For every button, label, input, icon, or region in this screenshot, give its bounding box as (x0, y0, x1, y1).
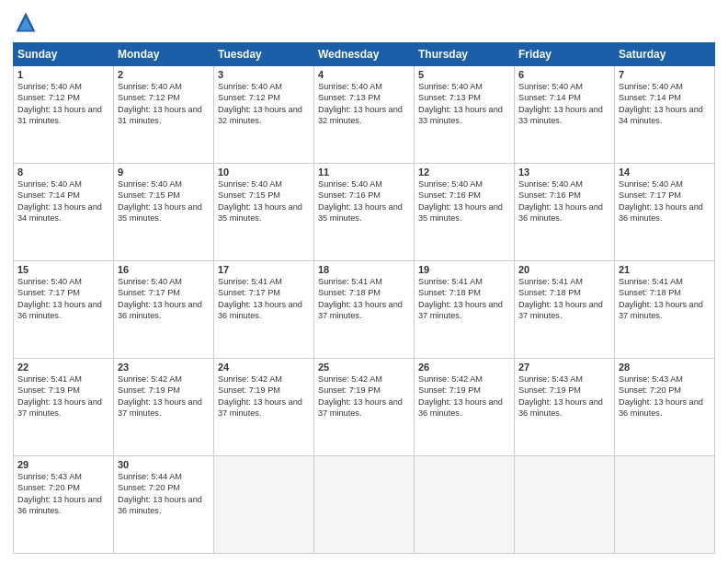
sunset-label: Sunset: 7:19 PM (17, 385, 80, 395)
table-cell: 5 Sunrise: 5:40 AM Sunset: 7:13 PM Dayli… (415, 66, 515, 164)
table-cell: 25 Sunrise: 5:42 AM Sunset: 7:19 PM Dayl… (314, 359, 415, 456)
day-info: Sunrise: 5:41 AM Sunset: 7:17 PM Dayligh… (218, 276, 310, 322)
table-cell: 29 Sunrise: 5:43 AM Sunset: 7:20 PM Dayl… (14, 456, 114, 554)
day-info: Sunrise: 5:40 AM Sunset: 7:16 PM Dayligh… (418, 178, 510, 224)
daylight-label: Daylight: 13 hours and 36 minutes. (619, 202, 703, 223)
day-info: Sunrise: 5:42 AM Sunset: 7:19 PM Dayligh… (118, 373, 210, 419)
day-info: Sunrise: 5:44 AM Sunset: 7:20 PM Dayligh… (118, 471, 210, 517)
table-cell: 19 Sunrise: 5:41 AM Sunset: 7:18 PM Dayl… (415, 261, 515, 359)
sunrise-label: Sunrise: 5:40 AM (318, 179, 382, 189)
day-number: 19 (418, 264, 510, 275)
day-info: Sunrise: 5:40 AM Sunset: 7:13 PM Dayligh… (318, 81, 410, 127)
table-cell: 18 Sunrise: 5:41 AM Sunset: 7:18 PM Dayl… (314, 261, 415, 359)
day-number: 12 (418, 167, 510, 178)
day-info: Sunrise: 5:40 AM Sunset: 7:12 PM Dayligh… (118, 81, 210, 127)
sunrise-label: Sunrise: 5:40 AM (17, 277, 82, 286)
day-number: 24 (218, 362, 310, 373)
day-number: 11 (318, 167, 410, 178)
table-cell: 28 Sunrise: 5:43 AM Sunset: 7:20 PM Dayl… (615, 359, 715, 456)
day-number: 26 (418, 362, 510, 373)
sunrise-label: Sunrise: 5:42 AM (118, 374, 182, 384)
table-cell: 21 Sunrise: 5:41 AM Sunset: 7:18 PM Dayl… (615, 261, 715, 359)
sunrise-label: Sunrise: 5:42 AM (418, 374, 483, 384)
sunrise-label: Sunrise: 5:40 AM (118, 82, 182, 91)
header (13, 9, 715, 35)
sunrise-label: Sunrise: 5:44 AM (118, 472, 182, 481)
daylight-label: Daylight: 13 hours and 36 minutes. (118, 300, 202, 320)
sunrise-label: Sunrise: 5:41 AM (318, 277, 382, 286)
day-info: Sunrise: 5:40 AM Sunset: 7:15 PM Dayligh… (118, 178, 210, 224)
logo-icon (13, 9, 39, 35)
daylight-label: Daylight: 13 hours and 37 minutes. (118, 397, 202, 418)
day-info: Sunrise: 5:40 AM Sunset: 7:13 PM Dayligh… (418, 81, 510, 127)
table-cell: 26 Sunrise: 5:42 AM Sunset: 7:19 PM Dayl… (415, 359, 515, 456)
table-cell: 1 Sunrise: 5:40 AM Sunset: 7:12 PM Dayli… (14, 66, 114, 164)
calendar-row: 15 Sunrise: 5:40 AM Sunset: 7:17 PM Dayl… (14, 261, 715, 359)
daylight-label: Daylight: 13 hours and 36 minutes. (418, 397, 503, 418)
table-cell (214, 456, 314, 554)
sunset-label: Sunset: 7:12 PM (218, 93, 280, 102)
day-number: 21 (619, 264, 711, 275)
table-cell (415, 456, 515, 554)
calendar-row: 8 Sunrise: 5:40 AM Sunset: 7:14 PM Dayli… (14, 164, 715, 261)
sunset-label: Sunset: 7:12 PM (118, 93, 180, 102)
day-number: 9 (118, 167, 210, 178)
header-friday: Friday (515, 43, 615, 66)
sunset-label: Sunset: 7:20 PM (619, 385, 681, 395)
day-number: 7 (619, 69, 711, 80)
sunset-label: Sunset: 7:18 PM (518, 288, 581, 297)
sunset-label: Sunset: 7:15 PM (218, 190, 280, 200)
table-cell: 7 Sunrise: 5:40 AM Sunset: 7:14 PM Dayli… (615, 66, 715, 164)
day-number: 10 (218, 167, 310, 178)
sunset-label: Sunset: 7:20 PM (118, 483, 180, 492)
daylight-label: Daylight: 13 hours and 36 minutes. (518, 397, 603, 418)
day-info: Sunrise: 5:41 AM Sunset: 7:18 PM Dayligh… (418, 276, 510, 322)
header-sunday: Sunday (14, 43, 114, 66)
daylight-label: Daylight: 13 hours and 36 minutes. (118, 495, 202, 515)
sunrise-label: Sunrise: 5:41 AM (619, 277, 683, 286)
sunset-label: Sunset: 7:14 PM (518, 93, 581, 102)
table-cell: 11 Sunrise: 5:40 AM Sunset: 7:16 PM Dayl… (314, 164, 415, 261)
calendar-row: 29 Sunrise: 5:43 AM Sunset: 7:20 PM Dayl… (14, 456, 715, 554)
sunrise-label: Sunrise: 5:41 AM (418, 277, 483, 286)
weekday-header-row: Sunday Monday Tuesday Wednesday Thursday… (14, 43, 715, 66)
sunset-label: Sunset: 7:19 PM (118, 385, 180, 395)
day-number: 23 (118, 362, 210, 373)
day-number: 15 (17, 264, 109, 275)
table-cell: 2 Sunrise: 5:40 AM Sunset: 7:12 PM Dayli… (114, 66, 214, 164)
sunrise-label: Sunrise: 5:42 AM (318, 374, 382, 384)
day-info: Sunrise: 5:41 AM Sunset: 7:18 PM Dayligh… (318, 276, 410, 322)
day-info: Sunrise: 5:42 AM Sunset: 7:19 PM Dayligh… (418, 373, 510, 419)
sunset-label: Sunset: 7:18 PM (619, 288, 681, 297)
day-info: Sunrise: 5:42 AM Sunset: 7:19 PM Dayligh… (318, 373, 410, 419)
sunrise-label: Sunrise: 5:40 AM (17, 82, 82, 91)
logo (13, 9, 42, 35)
daylight-label: Daylight: 13 hours and 33 minutes. (418, 105, 503, 125)
day-info: Sunrise: 5:40 AM Sunset: 7:14 PM Dayligh… (518, 81, 610, 127)
sunrise-label: Sunrise: 5:40 AM (17, 179, 82, 189)
table-cell: 24 Sunrise: 5:42 AM Sunset: 7:19 PM Dayl… (214, 359, 314, 456)
table-cell: 9 Sunrise: 5:40 AM Sunset: 7:15 PM Dayli… (114, 164, 214, 261)
sunset-label: Sunset: 7:17 PM (619, 190, 681, 200)
header-thursday: Thursday (415, 43, 515, 66)
sunset-label: Sunset: 7:19 PM (418, 385, 481, 395)
table-cell: 15 Sunrise: 5:40 AM Sunset: 7:17 PM Dayl… (14, 261, 114, 359)
table-cell: 23 Sunrise: 5:42 AM Sunset: 7:19 PM Dayl… (114, 359, 214, 456)
day-number: 29 (17, 459, 109, 470)
table-cell: 22 Sunrise: 5:41 AM Sunset: 7:19 PM Dayl… (14, 359, 114, 456)
daylight-label: Daylight: 13 hours and 37 minutes. (418, 300, 503, 320)
day-number: 2 (118, 69, 210, 80)
sunset-label: Sunset: 7:14 PM (619, 93, 681, 102)
daylight-label: Daylight: 13 hours and 36 minutes. (17, 300, 102, 320)
daylight-label: Daylight: 13 hours and 37 minutes. (619, 300, 703, 320)
sunset-label: Sunset: 7:17 PM (118, 288, 180, 297)
sunset-label: Sunset: 7:17 PM (17, 288, 80, 297)
day-info: Sunrise: 5:40 AM Sunset: 7:14 PM Dayligh… (619, 81, 711, 127)
daylight-label: Daylight: 13 hours and 32 minutes. (218, 105, 302, 125)
daylight-label: Daylight: 13 hours and 33 minutes. (518, 105, 603, 125)
day-info: Sunrise: 5:41 AM Sunset: 7:19 PM Dayligh… (17, 373, 109, 419)
table-cell: 17 Sunrise: 5:41 AM Sunset: 7:17 PM Dayl… (214, 261, 314, 359)
day-number: 8 (17, 167, 109, 178)
daylight-label: Daylight: 13 hours and 34 minutes. (619, 105, 703, 125)
table-cell: 16 Sunrise: 5:40 AM Sunset: 7:17 PM Dayl… (114, 261, 214, 359)
